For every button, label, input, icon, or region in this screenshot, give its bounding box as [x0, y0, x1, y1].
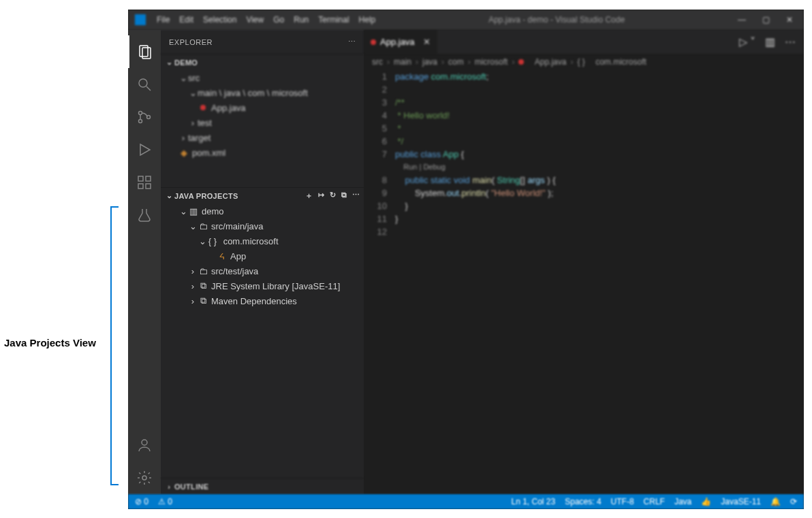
explorer-tree: ⌄src ⌄main \ java \ com \ microsoft App.…: [161, 70, 364, 160]
package-com-microsoft[interactable]: ⌄{ } com.microsoft: [161, 233, 364, 248]
window-title: App.java - demo - Visual Studio Code: [375, 15, 738, 25]
side-bar: EXPLORER ⋯ ⌄ DEMO ⌄src ⌄main \ java \ co…: [161, 30, 364, 494]
svg-point-5: [139, 120, 142, 123]
svg-rect-11: [146, 176, 151, 181]
goto-icon[interactable]: ↦: [318, 191, 324, 201]
close-icon[interactable]: ✕: [786, 15, 793, 25]
java-file-icon: [518, 59, 524, 65]
maximize-icon[interactable]: ▢: [762, 15, 770, 25]
extensions-icon[interactable]: [128, 166, 161, 199]
menu-run[interactable]: Run: [294, 15, 309, 25]
title-bar: File Edit Selection View Go Run Terminal…: [128, 10, 804, 30]
menu-file[interactable]: File: [157, 15, 170, 25]
explorer-icon[interactable]: [128, 35, 161, 68]
svg-point-2: [139, 79, 147, 87]
status-spaces[interactable]: Spaces: 4: [565, 497, 601, 506]
menu-selection[interactable]: Selection: [203, 15, 236, 25]
tab-label: App.java: [380, 37, 415, 47]
outline-label: OUTLINE: [174, 483, 360, 491]
tab-close-icon[interactable]: ✕: [423, 37, 431, 47]
code-lines: package com.microsoft; /** * Hello world…: [395, 70, 556, 494]
status-eol[interactable]: CRLF: [644, 497, 665, 506]
refresh-icon[interactable]: ↻: [330, 191, 336, 201]
status-feedback-icon[interactable]: 👍: [701, 497, 711, 506]
svg-rect-9: [138, 184, 143, 189]
editor-area: App.java ✕ ▷ ˅ ▥ ⋯ src› main› java› com›…: [364, 30, 804, 494]
vscode-logo-icon: [135, 14, 146, 25]
java-projects-label: JAVA PROJECTS: [174, 192, 305, 200]
java-projects-header[interactable]: ⌄ JAVA PROJECTS ＋ ↦ ↻ ⧉ ⋯: [161, 187, 364, 204]
testing-icon[interactable]: [128, 199, 161, 231]
status-warnings-icon[interactable]: ⚠ 0: [158, 497, 172, 506]
tab-bar: App.java ✕ ▷ ˅ ▥ ⋯: [364, 30, 804, 54]
status-notifications-icon[interactable]: 🔔: [770, 497, 781, 506]
source-folder-test[interactable]: ›🗀src/test/java: [161, 263, 364, 278]
status-lncol[interactable]: Ln 1, Col 23: [512, 497, 556, 506]
class-app[interactable]: ᔦApp: [161, 248, 364, 263]
status-bar: ⊘ 0 ⚠ 0 Ln 1, Col 23 Spaces: 4 UTF-8 CRL…: [128, 494, 804, 509]
accounts-icon[interactable]: [128, 429, 161, 462]
new-icon[interactable]: ＋: [305, 191, 313, 201]
explorer-root-header[interactable]: ⌄ DEMO: [161, 54, 364, 70]
collapse-icon[interactable]: ⧉: [341, 191, 347, 201]
search-icon[interactable]: [128, 68, 161, 101]
svg-point-4: [139, 112, 142, 115]
minimize-icon[interactable]: —: [738, 15, 746, 25]
more-icon[interactable]: ⋯: [348, 37, 356, 46]
folder-test[interactable]: ›test: [161, 115, 364, 130]
breadcrumb[interactable]: src› main› java› com› microsoft› App.jav…: [364, 54, 804, 70]
codelens-run-debug[interactable]: Run | Debug: [403, 163, 446, 171]
more-actions-icon[interactable]: ⋯: [352, 191, 360, 201]
annotation-java-projects-view: Java Projects View: [4, 337, 96, 349]
activity-bar: [128, 30, 161, 494]
menu-terminal[interactable]: Terminal: [318, 15, 349, 25]
status-encoding[interactable]: UTF-8: [611, 497, 634, 506]
code-editor[interactable]: 123456789101112 package com.microsoft; /…: [364, 70, 804, 494]
chevron-down-icon: ⌄: [163, 191, 174, 200]
file-pom-xml[interactable]: ◆pom.xml: [161, 145, 364, 160]
run-icon[interactable]: ▷ ˅: [739, 35, 755, 48]
outline-header[interactable]: › OUTLINE: [161, 478, 364, 494]
editor-more-icon[interactable]: ⋯: [785, 35, 796, 48]
source-control-icon[interactable]: [128, 101, 161, 133]
explorer-title: EXPLORER ⋯: [161, 30, 364, 54]
run-debug-icon[interactable]: [128, 133, 161, 166]
jre-system-library[interactable]: ›⧉JRE System Library [JavaSE-11]: [161, 278, 364, 293]
source-folder-main[interactable]: ⌄🗀src/main/java: [161, 218, 364, 233]
chevron-down-icon: ⌄: [163, 58, 174, 67]
line-gutter: 123456789101112: [364, 70, 395, 494]
svg-point-13: [142, 476, 146, 480]
folder-target[interactable]: ›target: [161, 130, 364, 145]
menu-bar: File Edit Selection View Go Run Terminal…: [157, 15, 375, 25]
status-sync-icon[interactable]: ⟳: [790, 497, 797, 506]
folder-src[interactable]: ⌄src: [161, 70, 364, 85]
vscode-window: File Edit Selection View Go Run Terminal…: [128, 10, 804, 509]
menu-view[interactable]: View: [246, 15, 264, 25]
svg-rect-10: [146, 184, 151, 189]
java-projects-tree: ⌄▥demo ⌄🗀src/main/java ⌄{ } com.microsof…: [161, 204, 364, 478]
svg-marker-7: [140, 144, 150, 155]
folder-main-java-com-microsoft[interactable]: ⌄main \ java \ com \ microsoft: [161, 85, 364, 100]
java-file-icon: [371, 39, 376, 45]
svg-line-3: [146, 86, 151, 91]
tab-app-java[interactable]: App.java ✕: [364, 30, 438, 54]
status-language[interactable]: Java: [674, 497, 691, 506]
explorer-title-label: EXPLORER: [169, 38, 213, 46]
maven-dependencies[interactable]: ›⧉Maven Dependencies: [161, 293, 364, 308]
menu-help[interactable]: Help: [359, 15, 376, 25]
chevron-right-icon: ›: [163, 483, 174, 491]
split-editor-icon[interactable]: ▥: [765, 35, 775, 48]
svg-rect-8: [138, 176, 143, 181]
settings-gear-icon[interactable]: [128, 462, 161, 494]
file-app-java[interactable]: App.java: [161, 100, 364, 115]
svg-point-12: [142, 440, 147, 445]
bracket-java-projects-view: [110, 206, 119, 485]
menu-edit[interactable]: Edit: [179, 15, 193, 25]
menu-go[interactable]: Go: [273, 15, 284, 25]
explorer-root-label: DEMO: [174, 59, 360, 67]
project-demo[interactable]: ⌄▥demo: [161, 204, 364, 218]
status-errors-icon[interactable]: ⊘ 0: [135, 497, 149, 506]
status-jdk[interactable]: JavaSE-11: [721, 497, 761, 506]
